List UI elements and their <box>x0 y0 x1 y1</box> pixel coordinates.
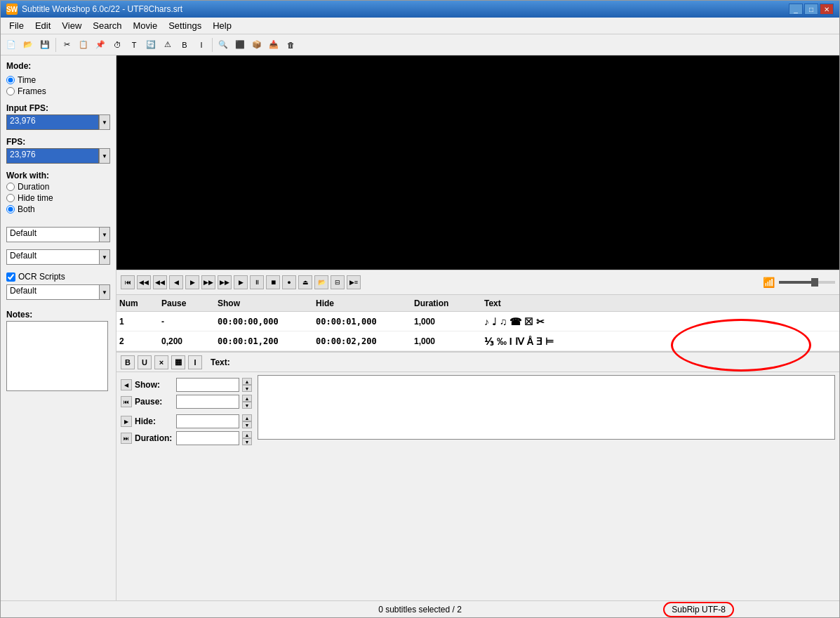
frames-radio[interactable] <box>6 87 15 96</box>
time-radio[interactable] <box>6 76 15 84</box>
fwd-button[interactable]: ▶▶ <box>218 275 232 289</box>
hide-fwd-button[interactable]: ▶ <box>121 416 132 427</box>
duration-btn[interactable]: ⏭ <box>121 433 132 444</box>
pause-spin-down[interactable]: ▼ <box>242 402 252 409</box>
step-fwd-button[interactable]: ▶ <box>185 275 199 289</box>
maximize-button[interactable]: □ <box>804 4 818 15</box>
pause-spin-up[interactable]: ▲ <box>242 395 252 402</box>
menu-settings[interactable]: Settings <box>163 18 207 33</box>
ocr-arrow[interactable]: ▼ <box>99 284 110 300</box>
show-input[interactable] <box>176 378 239 392</box>
tool1[interactable]: ✂ <box>59 37 74 53</box>
menu-help[interactable]: Help <box>207 18 237 33</box>
tool4[interactable]: ⏱ <box>109 37 125 53</box>
tool14[interactable]: 🗑 <box>283 37 298 53</box>
pause-row: ⏮ Pause: ▲ ▼ <box>121 395 252 409</box>
default2-row: Default ▼ <box>6 249 110 265</box>
fps-row: 23,976 ▼ <box>6 148 110 164</box>
pause-back-button[interactable]: ⏮ <box>121 396 132 407</box>
fast-rewind-button[interactable]: ◀◀ <box>153 275 167 289</box>
tool10[interactable]: 🔍 <box>215 37 231 53</box>
hidetime-radio-row: Hide time <box>6 193 110 203</box>
pause-input[interactable] <box>176 395 239 409</box>
text-textarea[interactable] <box>258 375 835 440</box>
ocr-value[interactable]: Default <box>6 284 99 300</box>
fps-value[interactable]: 23,976 <box>6 148 99 164</box>
bottom-panel: B U × ▦ I Text: ◀ Show: <box>116 352 839 443</box>
tool7[interactable]: ⚠ <box>160 37 175 53</box>
skip-back-button[interactable]: ⏮ <box>121 275 135 289</box>
default2-value[interactable]: Default <box>6 249 99 265</box>
work-with-radio-group: Duration Hide time Both <box>6 182 110 214</box>
hide-spin-down[interactable]: ▼ <box>242 421 252 428</box>
table-row[interactable]: 1 - 00:00:00,000 00:00:01,000 1,000 ♪ ♩ … <box>116 312 839 331</box>
rewind-button[interactable]: ◀◀ <box>137 275 151 289</box>
notes-area[interactable] <box>6 321 108 391</box>
underline-button[interactable]: U <box>138 355 152 369</box>
show-spin-up[interactable]: ▲ <box>242 378 252 385</box>
show-spin-down[interactable]: ▼ <box>242 385 252 392</box>
volume-slider[interactable] <box>779 281 835 284</box>
menu-view[interactable]: View <box>56 18 87 33</box>
stop-button[interactable]: ⏹ <box>266 275 280 289</box>
row2-num: 2 <box>119 336 161 346</box>
new-button[interactable]: 📄 <box>4 37 19 53</box>
ocr-checkbox[interactable] <box>6 272 15 282</box>
tool3[interactable]: 📌 <box>93 37 108 53</box>
clear-format-button[interactable]: × <box>154 355 168 369</box>
open-button[interactable]: 📂 <box>20 37 36 53</box>
play-button[interactable]: ▶ <box>234 275 248 289</box>
input-fps-arrow[interactable]: ▼ <box>99 114 110 130</box>
hidetime-radio[interactable] <box>6 194 15 202</box>
show-back-button[interactable]: ◀ <box>121 379 132 390</box>
playlist-button[interactable]: ▶≡ <box>347 275 361 289</box>
duration-input[interactable] <box>176 431 239 445</box>
tool6[interactable]: 🔄 <box>143 37 159 53</box>
duration-radio[interactable] <box>6 183 15 191</box>
menu-search[interactable]: Search <box>87 18 127 33</box>
row1-show: 00:00:00,000 <box>218 317 316 327</box>
frames-radio-label: Frames <box>18 86 46 96</box>
col-header-show: Show <box>218 298 316 308</box>
tool11[interactable]: ⬛ <box>232 37 248 53</box>
minimize-button[interactable]: _ <box>789 4 803 15</box>
default1-value[interactable]: Default <box>6 227 99 242</box>
both-radio[interactable] <box>6 205 15 213</box>
menu-edit[interactable]: Edit <box>29 18 56 33</box>
hide-spin-up[interactable]: ▲ <box>242 414 252 421</box>
eject-button[interactable]: ⏏ <box>298 275 312 289</box>
bold-button[interactable]: B <box>121 355 135 369</box>
input-fps-value[interactable]: 23,976 <box>6 114 99 130</box>
tool2[interactable]: 📋 <box>76 37 91 53</box>
tool8[interactable]: B <box>177 37 192 53</box>
table-button[interactable]: ▦ <box>171 355 185 369</box>
tool12[interactable]: 📦 <box>249 37 265 53</box>
mode-label: Mode: <box>6 61 110 71</box>
table-row[interactable]: 2 0,200 00:00:01,200 00:00:02,200 1,000 … <box>116 331 839 351</box>
minus-button[interactable]: ⊟ <box>331 275 345 289</box>
menu-file[interactable]: File <box>4 18 29 33</box>
default2-arrow[interactable]: ▼ <box>99 249 110 265</box>
ocr-label: OCR Scripts <box>18 272 65 282</box>
duration-spin: ▲ ▼ <box>242 431 252 445</box>
tool13[interactable]: 📥 <box>266 37 281 53</box>
italic-button[interactable]: I <box>188 355 202 369</box>
fast-fwd-button[interactable]: ▶▶ <box>201 275 215 289</box>
duration-spin-down[interactable]: ▼ <box>242 438 252 445</box>
hide-input[interactable] <box>176 414 239 428</box>
close-button[interactable]: ✕ <box>820 4 834 15</box>
save-button[interactable]: 💾 <box>37 37 53 53</box>
tool5[interactable]: T <box>126 37 142 53</box>
menu-movie[interactable]: Movie <box>128 18 164 33</box>
duration-spin-up[interactable]: ▲ <box>242 431 252 438</box>
fps-arrow[interactable]: ▼ <box>99 148 110 164</box>
step-back-button[interactable]: ◀ <box>169 275 183 289</box>
tool9[interactable]: I <box>194 37 209 53</box>
default1-section: Default ▼ <box>6 227 110 242</box>
open-file-button[interactable]: 📂 <box>314 275 328 289</box>
main-window: SW Subtitle Workshop 6.0c/22 - UTF8Chars… <box>0 0 840 618</box>
pause-button[interactable]: ⏸ <box>250 275 264 289</box>
default1-arrow[interactable]: ▼ <box>99 227 110 242</box>
record-button[interactable]: ● <box>282 275 296 289</box>
ocr-checkbox-row: OCR Scripts <box>6 272 110 282</box>
